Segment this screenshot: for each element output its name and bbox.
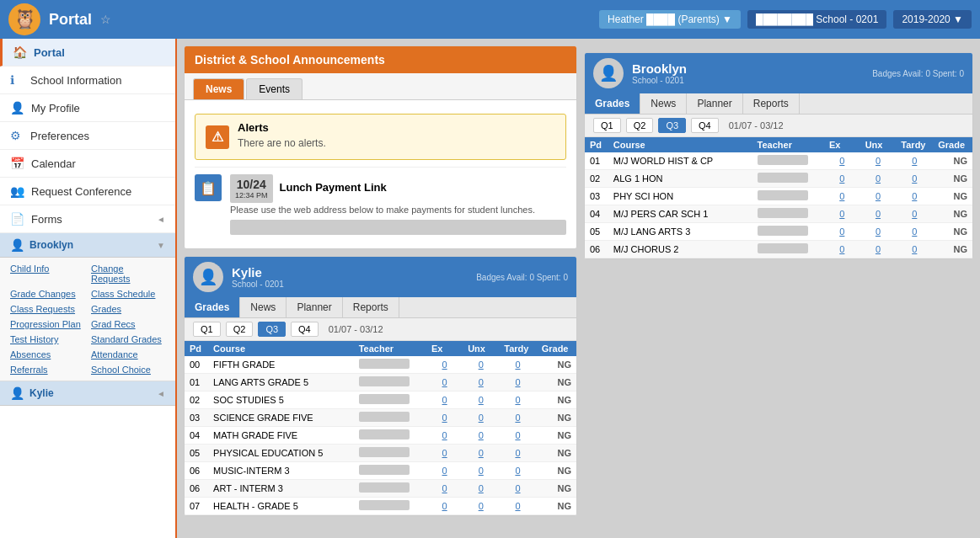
row-tardy[interactable]: 0 [896,152,933,170]
row-unx[interactable]: 0 [463,445,499,462]
brooklyn-tab-planner[interactable]: Planner [687,93,742,114]
row-unx[interactable]: 0 [860,188,897,205]
sidebar-item-forms[interactable]: 📄 Forms ◄ [0,205,175,233]
sidebar-item-calendar[interactable]: 📅 Calendar [0,150,175,178]
brooklyn-q1[interactable]: Q1 [593,118,621,133]
favorite-icon[interactable]: ☆ [100,13,111,26]
row-unx[interactable]: 0 [463,462,499,480]
brooklyn-link-grad-recs[interactable]: Grad Recs [88,317,169,332]
row-teacher [752,152,824,170]
row-unx[interactable]: 0 [463,392,499,409]
row-unx[interactable]: 0 [860,223,897,241]
brooklyn-link-child-info[interactable]: Child Info [7,261,88,286]
row-tardy[interactable]: 0 [499,374,536,392]
row-unx[interactable]: 0 [463,498,499,515]
brooklyn-link-standard-grades[interactable]: Standard Grades [88,332,169,347]
kylie-q1[interactable]: Q1 [193,322,221,337]
sidebar-item-school-info[interactable]: ℹ School Information [0,67,175,94]
row-grade: NG [537,480,576,498]
row-ex[interactable]: 0 [426,445,463,462]
row-ex[interactable]: 0 [824,223,860,241]
brooklyn-link-class-schedule[interactable]: Class Schedule [88,286,169,301]
conference-icon: 👥 [10,184,24,198]
row-ex[interactable]: 0 [426,356,463,374]
row-unx[interactable]: 0 [463,356,499,374]
row-unx[interactable]: 0 [463,427,499,445]
sidebar-item-preferences[interactable]: ⚙ Preferences [0,122,175,150]
kylie-tab-planner[interactable]: Planner [287,297,342,317]
row-ex[interactable]: 0 [426,374,463,392]
row-unx[interactable]: 0 [860,241,897,258]
row-ex[interactable]: 0 [426,392,463,409]
sidebar-section-kylie[interactable]: 👤 Kylie ◄ [0,381,175,406]
row-teacher [752,188,824,205]
row-tardy[interactable]: 0 [499,445,536,462]
row-tardy[interactable]: 0 [499,409,536,427]
tab-events[interactable]: Events [246,78,303,99]
row-ex[interactable]: 0 [426,427,463,445]
row-unx[interactable]: 0 [860,170,897,188]
row-teacher [752,241,824,258]
row-teacher [354,392,426,409]
right-panels: 👤 Brooklyn School - 0201 Badges Avail: 0… [584,45,980,531]
brooklyn-q4[interactable]: Q4 [691,118,719,133]
row-ex[interactable]: 0 [426,498,463,515]
row-tardy[interactable]: 0 [896,170,933,188]
row-ex[interactable]: 0 [824,241,860,258]
brooklyn-link-test-history[interactable]: Test History [7,332,88,347]
brooklyn-tab-news[interactable]: News [640,93,687,114]
brooklyn-q3[interactable]: Q3 [658,118,686,133]
row-ex[interactable]: 0 [426,462,463,480]
row-tardy[interactable]: 0 [499,427,536,445]
kylie-tab-reports[interactable]: Reports [343,297,399,317]
row-ex[interactable]: 0 [824,170,860,188]
brooklyn-q2[interactable]: Q2 [626,118,654,133]
sidebar-section-brooklyn[interactable]: 👤 Brooklyn ▼ [0,233,175,258]
tab-news[interactable]: News [193,78,244,99]
brooklyn-link-class-requests[interactable]: Class Requests [7,301,88,317]
brooklyn-link-grade-changes[interactable]: Grade Changes [7,286,88,301]
row-ex[interactable]: 0 [426,480,463,498]
kylie-q2[interactable]: Q2 [226,322,254,337]
year-selector[interactable]: 2019-2020 ▼ [893,10,972,29]
row-tardy[interactable]: 0 [499,498,536,515]
brooklyn-tab-reports[interactable]: Reports [743,93,800,114]
sidebar-item-request-conference[interactable]: 👥 Request Conference [0,178,175,205]
brooklyn-link-absences[interactable]: Absences [7,347,88,362]
row-ex[interactable]: 0 [824,152,860,170]
row-tardy[interactable]: 0 [499,480,536,498]
row-pd: 00 [185,356,208,374]
announcement-date: 10/24 12:34 PM [230,174,273,203]
kylie-q4[interactable]: Q4 [291,322,319,337]
row-unx[interactable]: 0 [463,374,499,392]
brooklyn-link-referrals[interactable]: Referrals [7,362,88,377]
row-ex[interactable]: 0 [824,205,860,223]
kylie-q3[interactable]: Q3 [258,322,286,337]
row-tardy[interactable]: 0 [499,392,536,409]
row-tardy[interactable]: 0 [499,462,536,480]
kylie-tab-news[interactable]: News [240,297,287,317]
sidebar-item-my-profile[interactable]: 👤 My Profile [0,94,175,122]
row-tardy[interactable]: 0 [896,188,933,205]
brooklyn-tab-grades[interactable]: Grades [585,93,640,114]
row-unx[interactable]: 0 [463,480,499,498]
brooklyn-link-attendance[interactable]: Attendance [88,347,169,362]
row-ex[interactable]: 0 [426,409,463,427]
user-menu[interactable]: Heather ████ (Parents) ▼ [599,10,741,29]
col-header-pd: Pd [185,341,208,356]
row-unx[interactable]: 0 [860,152,897,170]
kylie-tab-grades[interactable]: Grades [185,297,240,317]
brooklyn-link-progression-plan[interactable]: Progression Plan [7,317,88,332]
row-ex[interactable]: 0 [824,188,860,205]
brooklyn-link-grades[interactable]: Grades [88,301,169,317]
row-tardy[interactable]: 0 [896,223,933,241]
brooklyn-link-school-choice[interactable]: School Choice [88,362,169,377]
brooklyn-link-change-requests[interactable]: Change Requests [88,261,169,286]
sidebar-item-portal[interactable]: 🏠 Portal [0,39,175,67]
row-tardy[interactable]: 0 [896,241,933,258]
row-tardy[interactable]: 0 [896,205,933,223]
announcement-link[interactable] [230,220,566,235]
row-unx[interactable]: 0 [860,205,897,223]
row-tardy[interactable]: 0 [499,356,536,374]
row-unx[interactable]: 0 [463,409,499,427]
